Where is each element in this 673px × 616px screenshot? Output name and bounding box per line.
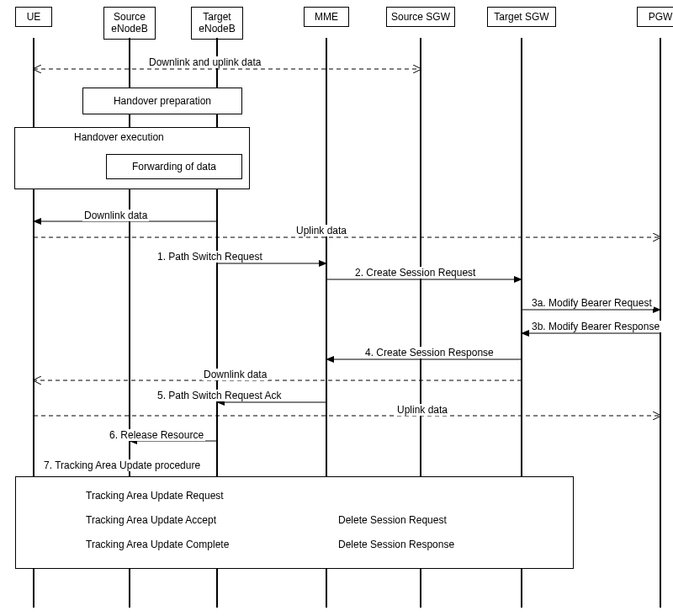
phase-handover-execution-label: Handover execution xyxy=(72,131,166,143)
msg-tau-request: Tracking Area Update Request xyxy=(84,490,225,502)
participant-source-enodeb: Source eNodeB xyxy=(103,7,156,40)
msg-uplink-data-1: Uplink data xyxy=(294,225,348,236)
participant-pgw: PGW xyxy=(637,7,673,27)
msg-modify-bearer-response: 3b. Modify Bearer Response xyxy=(530,321,661,332)
msg-tau-accept: Tracking Area Update Accept xyxy=(84,514,218,526)
msg-downlink-data-1: Downlink data xyxy=(82,210,149,221)
msg-delete-session-request: Delete Session Request xyxy=(336,514,448,526)
msg-release-resource: 6. Release Resource xyxy=(108,429,205,441)
participant-ue: UE xyxy=(15,7,52,27)
participant-mme: MME xyxy=(304,7,349,27)
msg-path-switch-request-ack: 5. Path Switch Request Ack xyxy=(156,390,283,401)
msg-downlink-data-2: Downlink data xyxy=(202,369,268,380)
msg-modify-bearer-request: 3a. Modify Bearer Request xyxy=(530,297,654,309)
msg-downlink-uplink-data: Downlink and uplink data xyxy=(147,56,262,68)
participant-target-enodeb: Target eNodeB xyxy=(191,7,243,40)
sequence-diagram: Source SGW) dashed double arrow --> xyxy=(0,0,673,616)
msg-uplink-data-2: Uplink data xyxy=(395,404,449,416)
msg-delete-session-response: Delete Session Response xyxy=(336,539,456,550)
participant-source-sgw: Source SGW xyxy=(386,7,455,27)
msg-tau-complete: Tracking Area Update Complete xyxy=(84,539,231,550)
msg-create-session-request: 2. Create Session Request xyxy=(353,267,477,279)
phase-forwarding-data: Forwarding of data xyxy=(106,154,242,179)
msg-path-switch-request: 1. Path Switch Request xyxy=(156,251,264,263)
msg-tracking-area-update-procedure: 7. Tracking Area Update procedure xyxy=(42,459,202,471)
msg-create-session-response: 4. Create Session Response xyxy=(363,347,495,358)
participant-target-sgw: Target SGW xyxy=(487,7,556,27)
phase-handover-preparation: Handover preparation xyxy=(82,88,242,114)
